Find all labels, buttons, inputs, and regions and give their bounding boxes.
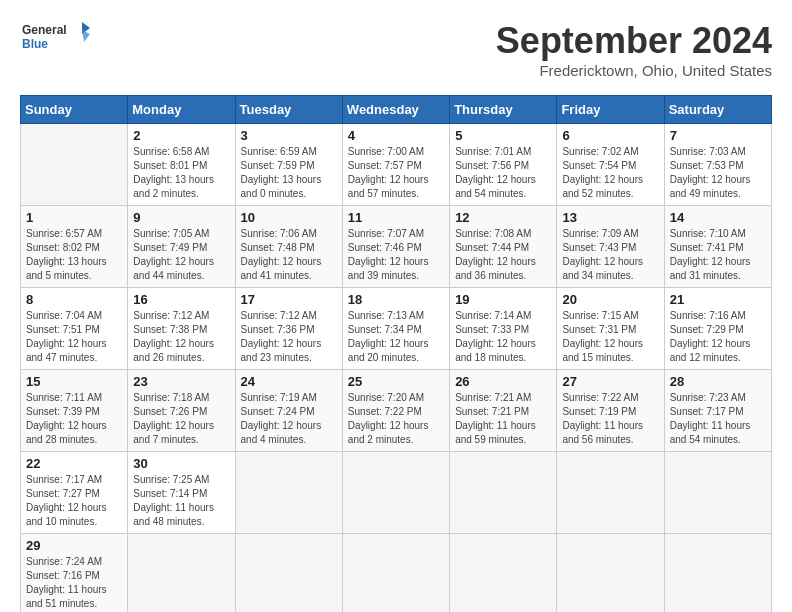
general-blue-logo-icon: General Blue <box>20 20 90 56</box>
calendar-table: Sunday Monday Tuesday Wednesday Thursday… <box>20 95 772 612</box>
calendar-day-cell: 21 Sunrise: 7:16 AM Sunset: 7:29 PM Dayl… <box>664 288 771 370</box>
svg-marker-3 <box>82 30 90 42</box>
day-info: Sunrise: 7:20 AM Sunset: 7:22 PM Dayligh… <box>348 391 444 447</box>
day-number: 8 <box>26 292 122 307</box>
day-info: Sunrise: 7:04 AM Sunset: 7:51 PM Dayligh… <box>26 309 122 365</box>
day-info: Sunrise: 7:00 AM Sunset: 7:57 PM Dayligh… <box>348 145 444 201</box>
day-number: 3 <box>241 128 337 143</box>
svg-text:General: General <box>22 23 67 37</box>
col-monday: Monday <box>128 96 235 124</box>
day-number: 27 <box>562 374 658 389</box>
day-number: 29 <box>26 538 122 553</box>
day-info: Sunrise: 7:02 AM Sunset: 7:54 PM Dayligh… <box>562 145 658 201</box>
day-number: 18 <box>348 292 444 307</box>
day-info: Sunrise: 7:06 AM Sunset: 7:48 PM Dayligh… <box>241 227 337 283</box>
calendar-day-cell: 25 Sunrise: 7:20 AM Sunset: 7:22 PM Dayl… <box>342 370 449 452</box>
day-number: 2 <box>133 128 229 143</box>
calendar-day-cell: 26 Sunrise: 7:21 AM Sunset: 7:21 PM Dayl… <box>450 370 557 452</box>
calendar-day-cell: 12 Sunrise: 7:08 AM Sunset: 7:44 PM Dayl… <box>450 206 557 288</box>
day-info: Sunrise: 7:03 AM Sunset: 7:53 PM Dayligh… <box>670 145 766 201</box>
day-info: Sunrise: 7:12 AM Sunset: 7:38 PM Dayligh… <box>133 309 229 365</box>
calendar-day-cell <box>557 452 664 534</box>
calendar-day-cell: 13 Sunrise: 7:09 AM Sunset: 7:43 PM Dayl… <box>557 206 664 288</box>
col-thursday: Thursday <box>450 96 557 124</box>
day-info: Sunrise: 7:10 AM Sunset: 7:41 PM Dayligh… <box>670 227 766 283</box>
calendar-day-cell <box>342 452 449 534</box>
day-number: 28 <box>670 374 766 389</box>
calendar-day-cell: 7 Sunrise: 7:03 AM Sunset: 7:53 PM Dayli… <box>664 124 771 206</box>
calendar-day-cell: 9 Sunrise: 7:05 AM Sunset: 7:49 PM Dayli… <box>128 206 235 288</box>
day-info: Sunrise: 7:01 AM Sunset: 7:56 PM Dayligh… <box>455 145 551 201</box>
calendar-day-cell: 6 Sunrise: 7:02 AM Sunset: 7:54 PM Dayli… <box>557 124 664 206</box>
calendar-day-cell: 29 Sunrise: 7:24 AM Sunset: 7:16 PM Dayl… <box>21 534 128 613</box>
day-number: 4 <box>348 128 444 143</box>
calendar-day-cell: 20 Sunrise: 7:15 AM Sunset: 7:31 PM Dayl… <box>557 288 664 370</box>
calendar-day-cell: 5 Sunrise: 7:01 AM Sunset: 7:56 PM Dayli… <box>450 124 557 206</box>
col-tuesday: Tuesday <box>235 96 342 124</box>
calendar-header-row: Sunday Monday Tuesday Wednesday Thursday… <box>21 96 772 124</box>
calendar-day-cell: 3 Sunrise: 6:59 AM Sunset: 7:59 PM Dayli… <box>235 124 342 206</box>
calendar-day-cell <box>21 124 128 206</box>
day-info: Sunrise: 7:14 AM Sunset: 7:33 PM Dayligh… <box>455 309 551 365</box>
calendar-day-cell: 14 Sunrise: 7:10 AM Sunset: 7:41 PM Dayl… <box>664 206 771 288</box>
day-info: Sunrise: 7:15 AM Sunset: 7:31 PM Dayligh… <box>562 309 658 365</box>
day-number: 5 <box>455 128 551 143</box>
title-block: September 2024 Fredericktown, Ohio, Unit… <box>496 20 772 79</box>
day-number: 22 <box>26 456 122 471</box>
day-number: 9 <box>133 210 229 225</box>
day-number: 23 <box>133 374 229 389</box>
day-number: 1 <box>26 210 122 225</box>
calendar-day-cell: 18 Sunrise: 7:13 AM Sunset: 7:34 PM Dayl… <box>342 288 449 370</box>
calendar-day-cell: 8 Sunrise: 7:04 AM Sunset: 7:51 PM Dayli… <box>21 288 128 370</box>
day-number: 12 <box>455 210 551 225</box>
month-title: September 2024 <box>496 20 772 62</box>
day-info: Sunrise: 7:23 AM Sunset: 7:17 PM Dayligh… <box>670 391 766 447</box>
day-number: 17 <box>241 292 337 307</box>
page-header: General Blue September 2024 Fredericktow… <box>20 20 772 79</box>
calendar-week-row: 8 Sunrise: 7:04 AM Sunset: 7:51 PM Dayli… <box>21 288 772 370</box>
col-saturday: Saturday <box>664 96 771 124</box>
day-info: Sunrise: 7:13 AM Sunset: 7:34 PM Dayligh… <box>348 309 444 365</box>
calendar-week-row: 29 Sunrise: 7:24 AM Sunset: 7:16 PM Dayl… <box>21 534 772 613</box>
day-info: Sunrise: 6:57 AM Sunset: 8:02 PM Dayligh… <box>26 227 122 283</box>
calendar-day-cell: 30 Sunrise: 7:25 AM Sunset: 7:14 PM Dayl… <box>128 452 235 534</box>
day-number: 7 <box>670 128 766 143</box>
logo: General Blue <box>20 20 90 56</box>
col-sunday: Sunday <box>21 96 128 124</box>
day-info: Sunrise: 7:19 AM Sunset: 7:24 PM Dayligh… <box>241 391 337 447</box>
calendar-day-cell: 10 Sunrise: 7:06 AM Sunset: 7:48 PM Dayl… <box>235 206 342 288</box>
day-info: Sunrise: 7:08 AM Sunset: 7:44 PM Dayligh… <box>455 227 551 283</box>
calendar-day-cell: 15 Sunrise: 7:11 AM Sunset: 7:39 PM Dayl… <box>21 370 128 452</box>
calendar-day-cell <box>450 452 557 534</box>
calendar-day-cell: 22 Sunrise: 7:17 AM Sunset: 7:27 PM Dayl… <box>21 452 128 534</box>
calendar-day-cell <box>450 534 557 613</box>
day-info: Sunrise: 7:16 AM Sunset: 7:29 PM Dayligh… <box>670 309 766 365</box>
calendar-day-cell <box>128 534 235 613</box>
day-number: 24 <box>241 374 337 389</box>
calendar-day-cell: 24 Sunrise: 7:19 AM Sunset: 7:24 PM Dayl… <box>235 370 342 452</box>
calendar-day-cell: 2 Sunrise: 6:58 AM Sunset: 8:01 PM Dayli… <box>128 124 235 206</box>
day-number: 6 <box>562 128 658 143</box>
calendar-day-cell: 23 Sunrise: 7:18 AM Sunset: 7:26 PM Dayl… <box>128 370 235 452</box>
day-number: 11 <box>348 210 444 225</box>
day-info: Sunrise: 7:07 AM Sunset: 7:46 PM Dayligh… <box>348 227 444 283</box>
calendar-day-cell <box>557 534 664 613</box>
calendar-day-cell <box>235 534 342 613</box>
day-info: Sunrise: 7:22 AM Sunset: 7:19 PM Dayligh… <box>562 391 658 447</box>
calendar-day-cell: 11 Sunrise: 7:07 AM Sunset: 7:46 PM Dayl… <box>342 206 449 288</box>
col-friday: Friday <box>557 96 664 124</box>
calendar-day-cell <box>342 534 449 613</box>
calendar-day-cell: 19 Sunrise: 7:14 AM Sunset: 7:33 PM Dayl… <box>450 288 557 370</box>
day-info: Sunrise: 7:18 AM Sunset: 7:26 PM Dayligh… <box>133 391 229 447</box>
day-number: 14 <box>670 210 766 225</box>
day-info: Sunrise: 7:12 AM Sunset: 7:36 PM Dayligh… <box>241 309 337 365</box>
day-number: 25 <box>348 374 444 389</box>
day-info: Sunrise: 7:21 AM Sunset: 7:21 PM Dayligh… <box>455 391 551 447</box>
col-wednesday: Wednesday <box>342 96 449 124</box>
day-info: Sunrise: 7:17 AM Sunset: 7:27 PM Dayligh… <box>26 473 122 529</box>
day-number: 15 <box>26 374 122 389</box>
svg-text:Blue: Blue <box>22 37 48 51</box>
calendar-week-row: 15 Sunrise: 7:11 AM Sunset: 7:39 PM Dayl… <box>21 370 772 452</box>
day-number: 30 <box>133 456 229 471</box>
calendar-day-cell: 17 Sunrise: 7:12 AM Sunset: 7:36 PM Dayl… <box>235 288 342 370</box>
